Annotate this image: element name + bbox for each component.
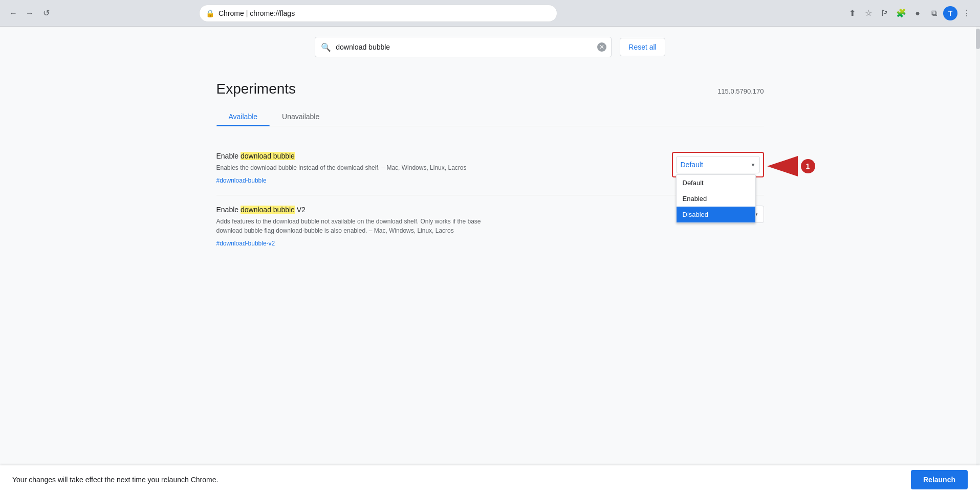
flag-description-download-bubble: Enables the download bubble instead of t… <box>216 163 498 172</box>
tabs-container: Available Unavailable <box>216 107 764 126</box>
dropdown-option-disabled[interactable]: Disabled <box>677 207 755 222</box>
flag-title-highlight: download bubble <box>241 152 295 160</box>
flag-title-highlight-v2: download bubble <box>241 206 295 214</box>
scrollbar-thumb[interactable] <box>976 29 980 49</box>
flag-link-download-bubble-v2[interactable]: #download-bubble-v2 <box>216 240 275 247</box>
back-button[interactable]: ← <box>6 6 20 20</box>
extensions-button[interactable]: 🧩 <box>894 6 908 20</box>
page-title: Experiments <box>216 81 296 97</box>
experiments-section: Experiments 115.0.5790.170 Available Una… <box>196 65 785 258</box>
nav-buttons: ← → ↺ <box>6 6 53 20</box>
url-origin: Chrome <box>219 9 244 17</box>
tab-unavailable[interactable]: Unavailable <box>270 107 332 126</box>
flag-item-download-bubble: Enable download bubble Enables the downl… <box>216 142 764 195</box>
bottom-bar-message: Your changes will take effect the next t… <box>12 476 218 484</box>
flag-title-download-bubble: Enable download bubble <box>216 152 651 160</box>
reset-all-button[interactable]: Reset all <box>620 38 665 56</box>
flag-info-download-bubble-v2: Enable download bubble V2 Adds features … <box>216 206 662 248</box>
annotation-badge: 1 <box>801 159 815 173</box>
forward-button[interactable]: → <box>23 6 37 20</box>
search-row: 🔍 ✕ Reset all <box>0 27 980 65</box>
arrow-shape <box>767 156 798 176</box>
flag-select-download-bubble[interactable]: Default Enabled Disabled <box>676 156 760 173</box>
search-icon: 🔍 <box>321 42 331 52</box>
relaunch-button[interactable]: Relaunch <box>911 470 968 489</box>
address-bar[interactable]: 🔒 Chrome | chrome://flags <box>199 5 557 22</box>
window-split-button[interactable]: ⧉ <box>927 6 941 20</box>
dropdown-option-enabled[interactable]: Enabled <box>677 191 755 207</box>
bookmark-button[interactable]: ☆ <box>861 6 876 20</box>
dropdown-option-default[interactable]: Default <box>677 175 755 191</box>
search-clear-button[interactable]: ✕ <box>597 42 606 52</box>
search-input[interactable] <box>315 37 612 57</box>
dropdown-options-download-bubble: Default Enabled Disabled <box>676 174 756 223</box>
search-wrapper: 🔍 ✕ <box>315 37 612 57</box>
chrome-icon[interactable]: ● <box>910 6 925 20</box>
experiments-header: Experiments 115.0.5790.170 <box>216 81 764 97</box>
url-display: Chrome | chrome://flags <box>219 9 295 17</box>
flag-link-download-bubble[interactable]: #download-bubble <box>216 177 267 184</box>
version-text: 115.0.5790.170 <box>717 87 764 95</box>
flag-icon[interactable]: 🏳 <box>878 6 892 20</box>
bottom-bar: Your changes will take effect the next t… <box>0 465 980 494</box>
scrollbar-track[interactable] <box>976 27 980 465</box>
tab-available[interactable]: Available <box>216 107 270 126</box>
profile-avatar[interactable]: T <box>943 6 957 20</box>
dropdown-wrapper-download-bubble: Default Enabled Disabled ▼ Default Enabl… <box>672 152 764 177</box>
toolbar-right: ⬆ ☆ 🏳 🧩 ● ⧉ T ⋮ <box>845 6 974 20</box>
reload-button[interactable]: ↺ <box>39 6 53 20</box>
flag-info-download-bubble: Enable download bubble Enables the downl… <box>216 152 651 185</box>
chrome-menu-button[interactable]: ⋮ <box>960 6 974 20</box>
flag-title-download-bubble-v2: Enable download bubble V2 <box>216 206 662 214</box>
flag-dropdown-container: Default Enabled Disabled ▼ Default Enabl… <box>672 152 764 177</box>
annotation-arrow: 1 <box>767 156 815 176</box>
flag-description-download-bubble-v2: Adds features to the download bubble not… <box>216 217 498 235</box>
page-content: 🔍 ✕ Reset all Experiments 115.0.5790.170… <box>0 27 980 465</box>
url-path: chrome://flags <box>250 9 295 17</box>
share-button[interactable]: ⬆ <box>845 6 859 20</box>
browser-chrome: ← → ↺ 🔒 Chrome | chrome://flags ⬆ ☆ 🏳 🧩 … <box>0 0 980 27</box>
site-info-icon: 🔒 <box>206 9 214 17</box>
